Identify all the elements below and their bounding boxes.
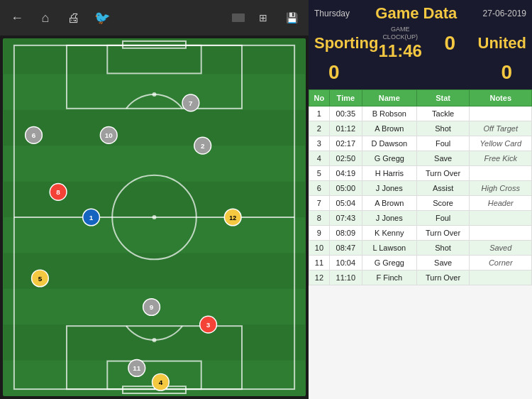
cell-notes: [470, 106, 532, 121]
cell-stat: Assist: [416, 180, 470, 195]
cell-notes: [470, 270, 532, 285]
scoreboard: Sporting GAMECLOCK(UP) 11:46 0 United: [314, 26, 526, 61]
cell-no: 7: [309, 195, 330, 210]
svg-rect-2: [4, 110, 305, 146]
cell-notes: Yellow Card: [470, 136, 532, 151]
cell-name: G Gregg: [362, 255, 416, 270]
game-data-label: Game Data: [375, 4, 457, 23]
cell-time: 05:00: [329, 180, 362, 195]
game-clock-label: GAMECLOCK(UP): [382, 26, 418, 41]
cell-name: B Robson: [362, 106, 416, 121]
cell-name: L Lawson: [362, 240, 416, 255]
cell-stat: Foul: [416, 136, 470, 151]
table-header-row: No Time Name Stat Notes: [309, 89, 532, 106]
score-bottom-row: 0 0: [314, 61, 526, 87]
cell-stat: Foul: [416, 210, 470, 225]
twitter-icon[interactable]: 🐦: [92, 8, 112, 28]
pitch-container: 7 10 2 6 8 1 12 5 9: [3, 38, 306, 396]
cell-no: 4: [309, 151, 330, 165]
cell-no: 1: [309, 106, 330, 121]
cell-notes: Corner: [470, 255, 532, 270]
table-body: 100:35B RobsonTackle201:12A BrownShotOff…: [309, 106, 532, 285]
cell-time: 08:47: [329, 240, 362, 255]
cell-no: 9: [309, 225, 330, 240]
svg-text:5: 5: [38, 275, 43, 283]
left-panel: ← ⌂ 🖨 🐦 ⊞ 💾: [0, 0, 309, 399]
cell-no: 11: [309, 255, 330, 270]
cell-no: 3: [309, 136, 330, 151]
home-icon[interactable]: ⌂: [35, 8, 55, 28]
cell-name: J Jones: [362, 210, 416, 225]
cell-name: G Gregg: [362, 151, 416, 165]
table-row: 402:50G GreggSaveFree Kick: [309, 151, 532, 165]
cell-stat: Save: [416, 151, 470, 165]
table-row: 1110:04G GreggSaveCorner: [309, 255, 532, 270]
svg-rect-5: [4, 324, 305, 360]
grid-icon[interactable]: ⊞: [253, 8, 273, 28]
svg-text:6: 6: [32, 131, 36, 139]
cell-stat: Save: [416, 255, 470, 270]
svg-text:4: 4: [159, 378, 163, 386]
cell-notes: Saved: [470, 240, 532, 255]
cell-name: K Kenny: [362, 225, 416, 240]
svg-point-9: [153, 215, 157, 219]
cell-notes: Off Target: [470, 121, 532, 136]
table-row: 1211:10F FinchTurn Over: [309, 270, 532, 285]
svg-text:12: 12: [229, 214, 236, 222]
day-label: Thursday: [314, 9, 350, 18]
cell-no: 2: [309, 121, 330, 136]
cell-notes: [470, 210, 532, 225]
svg-rect-1: [4, 38, 305, 74]
svg-text:2: 2: [201, 142, 205, 150]
toolbar: ← ⌂ 🖨 🐦 ⊞ 💾: [0, 0, 309, 35]
cell-no: 8: [309, 210, 330, 225]
cell-no: 5: [309, 165, 330, 180]
cell-name: H Harris: [362, 165, 416, 180]
cell-name: A Brown: [362, 121, 416, 136]
cell-time: 00:35: [329, 106, 362, 121]
cell-notes: High Cross: [470, 180, 532, 195]
cell-time: 04:19: [329, 165, 362, 180]
score-sporting: 0: [422, 32, 478, 55]
svg-rect-3: [4, 182, 305, 217]
save-icon[interactable]: 💾: [282, 8, 301, 28]
cell-notes: [470, 225, 532, 240]
table-row: 705:04A BrownScoreHeader: [309, 195, 532, 210]
score-center: GAMECLOCK(UP) 11:46: [378, 26, 421, 61]
game-data-table: No Time Name Stat Notes 100:35B RobsonTa…: [309, 89, 532, 285]
table-row: 504:19H HarrisTurn Over: [309, 165, 532, 180]
data-table-container[interactable]: No Time Name Stat Notes 100:35B RobsonTa…: [309, 89, 532, 399]
cell-stat: Shot: [416, 240, 470, 255]
cell-no: 10: [309, 240, 330, 255]
cell-time: 07:43: [329, 210, 362, 225]
svg-text:11: 11: [133, 364, 140, 372]
cell-time: 11:10: [329, 270, 362, 285]
table-row: 100:35B RobsonTackle: [309, 106, 532, 121]
date-label: 27-06-2019: [483, 9, 526, 18]
svg-text:10: 10: [105, 131, 113, 139]
svg-text:7: 7: [189, 99, 193, 107]
team-united-label: United: [478, 34, 526, 53]
cell-time: 05:04: [329, 195, 362, 210]
print-icon[interactable]: 🖨: [64, 8, 84, 28]
table-row: 807:43J JonesFoul: [309, 210, 532, 225]
table-row: 908:09K KennyTurn Over: [309, 225, 532, 240]
svg-text:3: 3: [206, 321, 211, 329]
cell-notes: Header: [470, 195, 532, 210]
svg-text:9: 9: [150, 303, 154, 311]
cell-time: 08:09: [329, 225, 362, 240]
right-panel: Thursday Game Data 27-06-2019 Sporting G…: [309, 0, 532, 399]
score-left-bottom: 0: [328, 61, 340, 84]
col-no: No: [309, 89, 330, 106]
back-icon[interactable]: ←: [7, 8, 27, 28]
table-row: 605:00J JonesAssistHigh Cross: [309, 180, 532, 195]
cell-stat: Turn Over: [416, 270, 470, 285]
game-header: Thursday Game Data 27-06-2019 Sporting G…: [309, 0, 532, 89]
cell-no: 6: [309, 180, 330, 195]
cell-time: 02:17: [329, 136, 362, 151]
cell-time: 02:50: [329, 151, 362, 165]
cell-no: 12: [309, 270, 330, 285]
table-row: 1008:47L LawsonShotSaved: [309, 240, 532, 255]
team-sporting-label: Sporting: [314, 34, 378, 53]
svg-text:1: 1: [89, 214, 94, 222]
